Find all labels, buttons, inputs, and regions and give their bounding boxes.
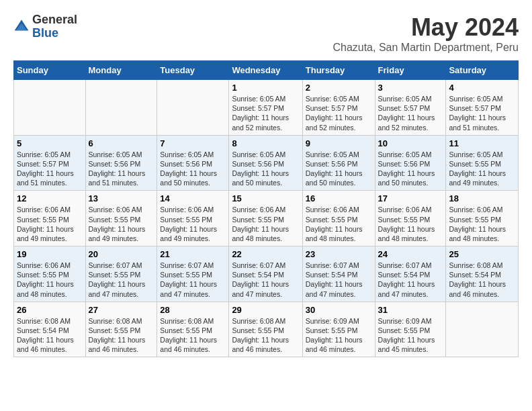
day-info: Sunrise: 6:08 AM Sunset: 5:55 PM Dayligh…	[160, 317, 217, 354]
day-info: Sunrise: 6:05 AM Sunset: 5:56 PM Dayligh…	[89, 150, 146, 187]
calendar-cell: 10Sunrise: 6:05 AM Sunset: 5:56 PM Dayli…	[375, 135, 446, 191]
day-info: Sunrise: 6:06 AM Sunset: 5:55 PM Dayligh…	[160, 205, 217, 242]
calendar-cell	[14, 80, 86, 136]
weekday-header-saturday: Saturday	[446, 61, 519, 80]
day-number: 29	[232, 305, 299, 315]
calendar-cell: 8Sunrise: 6:05 AM Sunset: 5:56 PM Daylig…	[229, 135, 302, 191]
weekday-header-sunday: Sunday	[14, 61, 86, 80]
calendar-cell: 3Sunrise: 6:05 AM Sunset: 5:57 PM Daylig…	[375, 80, 446, 136]
day-info: Sunrise: 6:05 AM Sunset: 5:55 PM Dayligh…	[449, 150, 506, 187]
calendar-cell: 15Sunrise: 6:06 AM Sunset: 5:55 PM Dayli…	[229, 191, 302, 246]
day-number: 5	[17, 138, 83, 148]
logo-blue-text: Blue	[32, 27, 77, 40]
weekday-header-friday: Friday	[375, 61, 446, 80]
day-info: Sunrise: 6:05 AM Sunset: 5:57 PM Dayligh…	[378, 95, 435, 132]
calendar-cell	[157, 80, 229, 136]
calendar-week-row: 5Sunrise: 6:05 AM Sunset: 5:57 PM Daylig…	[14, 135, 519, 191]
calendar-cell: 16Sunrise: 6:06 AM Sunset: 5:55 PM Dayli…	[302, 191, 375, 246]
day-info: Sunrise: 6:08 AM Sunset: 5:54 PM Dayligh…	[449, 261, 506, 298]
day-info: Sunrise: 6:05 AM Sunset: 5:57 PM Dayligh…	[449, 95, 506, 132]
calendar-table: SundayMondayTuesdayWednesdayThursdayFrid…	[13, 60, 519, 357]
day-number: 22	[232, 249, 299, 259]
day-number: 27	[89, 305, 154, 315]
calendar-cell: 4Sunrise: 6:05 AM Sunset: 5:57 PM Daylig…	[446, 80, 519, 136]
title-area: May 2024 Chazuta, San Martin Department,…	[332, 13, 519, 54]
calendar-cell: 31Sunrise: 6:09 AM Sunset: 5:55 PM Dayli…	[375, 302, 446, 357]
day-number: 4	[449, 83, 515, 93]
day-info: Sunrise: 6:05 AM Sunset: 5:56 PM Dayligh…	[306, 150, 363, 187]
day-number: 15	[232, 193, 299, 203]
day-number: 13	[89, 193, 154, 203]
calendar-cell: 6Sunrise: 6:05 AM Sunset: 5:56 PM Daylig…	[85, 135, 157, 191]
logo: General Blue	[13, 13, 77, 40]
weekday-header-row: SundayMondayTuesdayWednesdayThursdayFrid…	[14, 61, 519, 80]
day-number: 30	[306, 305, 372, 315]
day-number: 11	[449, 138, 515, 148]
day-number: 24	[378, 249, 443, 259]
day-info: Sunrise: 6:06 AM Sunset: 5:55 PM Dayligh…	[232, 205, 289, 242]
day-info: Sunrise: 6:08 AM Sunset: 5:55 PM Dayligh…	[232, 317, 289, 354]
day-info: Sunrise: 6:05 AM Sunset: 5:57 PM Dayligh…	[17, 150, 74, 187]
day-info: Sunrise: 6:09 AM Sunset: 5:55 PM Dayligh…	[306, 317, 363, 354]
day-info: Sunrise: 6:05 AM Sunset: 5:57 PM Dayligh…	[232, 95, 289, 132]
day-info: Sunrise: 6:05 AM Sunset: 5:56 PM Dayligh…	[378, 150, 435, 187]
weekday-header-tuesday: Tuesday	[157, 61, 229, 80]
day-info: Sunrise: 6:06 AM Sunset: 5:55 PM Dayligh…	[449, 205, 506, 242]
day-info: Sunrise: 6:07 AM Sunset: 5:55 PM Dayligh…	[89, 261, 146, 298]
calendar-cell: 7Sunrise: 6:05 AM Sunset: 5:56 PM Daylig…	[157, 135, 229, 191]
day-number: 8	[232, 138, 299, 148]
calendar-cell: 12Sunrise: 6:06 AM Sunset: 5:55 PM Dayli…	[14, 191, 86, 246]
calendar-cell: 19Sunrise: 6:06 AM Sunset: 5:55 PM Dayli…	[14, 246, 86, 302]
day-info: Sunrise: 6:06 AM Sunset: 5:55 PM Dayligh…	[306, 205, 363, 242]
calendar-cell: 17Sunrise: 6:06 AM Sunset: 5:55 PM Dayli…	[375, 191, 446, 246]
calendar-cell: 11Sunrise: 6:05 AM Sunset: 5:55 PM Dayli…	[446, 135, 519, 191]
day-info: Sunrise: 6:07 AM Sunset: 5:54 PM Dayligh…	[378, 261, 435, 298]
calendar-cell	[446, 302, 519, 357]
day-number: 19	[17, 249, 83, 259]
day-number: 21	[160, 249, 226, 259]
day-info: Sunrise: 6:08 AM Sunset: 5:54 PM Dayligh…	[17, 317, 74, 354]
day-number: 12	[17, 193, 83, 203]
day-number: 10	[378, 138, 443, 148]
logo-icon	[13, 19, 30, 35]
calendar-cell: 28Sunrise: 6:08 AM Sunset: 5:55 PM Dayli…	[157, 302, 229, 357]
day-number: 25	[449, 249, 515, 259]
day-number: 1	[232, 83, 299, 93]
day-number: 3	[378, 83, 443, 93]
header: General Blue May 2024 Chazuta, San Marti…	[13, 13, 519, 54]
calendar-week-row: 26Sunrise: 6:08 AM Sunset: 5:54 PM Dayli…	[14, 302, 519, 357]
day-number: 28	[160, 305, 226, 315]
day-number: 17	[378, 193, 443, 203]
calendar-cell: 9Sunrise: 6:05 AM Sunset: 5:56 PM Daylig…	[302, 135, 375, 191]
calendar-week-row: 1Sunrise: 6:05 AM Sunset: 5:57 PM Daylig…	[14, 80, 519, 136]
month-title: May 2024	[332, 13, 519, 42]
day-number: 2	[306, 83, 372, 93]
logo-general-text: General	[32, 13, 77, 27]
calendar-cell: 13Sunrise: 6:06 AM Sunset: 5:55 PM Dayli…	[85, 191, 157, 246]
calendar-cell: 18Sunrise: 6:06 AM Sunset: 5:55 PM Dayli…	[446, 191, 519, 246]
calendar-cell: 14Sunrise: 6:06 AM Sunset: 5:55 PM Dayli…	[157, 191, 229, 246]
day-info: Sunrise: 6:09 AM Sunset: 5:55 PM Dayligh…	[378, 317, 435, 354]
day-number: 7	[160, 138, 226, 148]
calendar-cell: 29Sunrise: 6:08 AM Sunset: 5:55 PM Dayli…	[229, 302, 302, 357]
day-info: Sunrise: 6:07 AM Sunset: 5:54 PM Dayligh…	[306, 261, 363, 298]
day-info: Sunrise: 6:06 AM Sunset: 5:55 PM Dayligh…	[378, 205, 435, 242]
calendar-cell: 2Sunrise: 6:05 AM Sunset: 5:57 PM Daylig…	[302, 80, 375, 136]
calendar-cell: 25Sunrise: 6:08 AM Sunset: 5:54 PM Dayli…	[446, 246, 519, 302]
calendar-cell: 21Sunrise: 6:07 AM Sunset: 5:55 PM Dayli…	[157, 246, 229, 302]
day-info: Sunrise: 6:06 AM Sunset: 5:55 PM Dayligh…	[89, 205, 146, 242]
calendar-cell: 20Sunrise: 6:07 AM Sunset: 5:55 PM Dayli…	[85, 246, 157, 302]
day-info: Sunrise: 6:05 AM Sunset: 5:56 PM Dayligh…	[232, 150, 289, 187]
day-number: 31	[378, 305, 443, 315]
day-info: Sunrise: 6:06 AM Sunset: 5:55 PM Dayligh…	[17, 205, 74, 242]
calendar-cell: 5Sunrise: 6:05 AM Sunset: 5:57 PM Daylig…	[14, 135, 86, 191]
calendar-week-row: 12Sunrise: 6:06 AM Sunset: 5:55 PM Dayli…	[14, 191, 519, 246]
day-number: 20	[89, 249, 154, 259]
day-number: 23	[306, 249, 372, 259]
weekday-header-monday: Monday	[85, 61, 157, 80]
day-info: Sunrise: 6:05 AM Sunset: 5:57 PM Dayligh…	[306, 95, 363, 132]
day-info: Sunrise: 6:08 AM Sunset: 5:55 PM Dayligh…	[89, 317, 146, 354]
calendar-cell: 24Sunrise: 6:07 AM Sunset: 5:54 PM Dayli…	[375, 246, 446, 302]
weekday-header-wednesday: Wednesday	[229, 61, 302, 80]
weekday-header-thursday: Thursday	[302, 61, 375, 80]
